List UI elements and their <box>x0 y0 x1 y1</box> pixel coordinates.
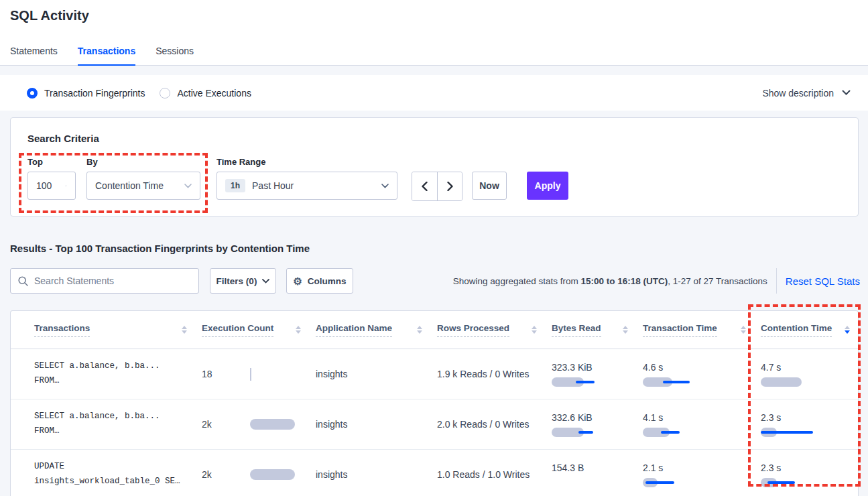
table-row: SELECT a.balance, b.ba...FROM… 18 insigh… <box>11 349 858 399</box>
column-header-contention-time[interactable]: Contention Time <box>761 323 858 337</box>
application-name-cell: insights <box>316 469 437 480</box>
search-criteria-card: Search Criteria Top 100 By Contention Ti… <box>10 117 859 216</box>
sort-icon <box>623 326 628 334</box>
transaction-fingerprint-link[interactable]: SELECT a.balance, b.ba...FROM… <box>34 410 202 439</box>
sort-icon <box>296 326 301 334</box>
contention-time-cell: 2.3 s <box>761 462 858 487</box>
sort-icon <box>532 326 537 334</box>
view-mode-band: Transaction Fingerprints Active Executio… <box>0 75 868 111</box>
transaction-time-cell: 4.1 s <box>643 412 761 437</box>
bytes-read-cell: 332.6 KiB <box>552 412 643 437</box>
filters-label: Filters (0) <box>216 276 257 286</box>
column-header-transactions[interactable]: Transactions <box>34 323 202 337</box>
transaction-time-cell: 4.6 s <box>643 362 761 387</box>
gear-icon: ⚙ <box>293 276 302 286</box>
sort-icon <box>182 326 187 334</box>
sort-icon <box>741 326 746 334</box>
sort-icon <box>417 326 422 334</box>
search-criteria-heading: Search Criteria <box>27 133 99 144</box>
apply-button[interactable]: Apply <box>527 172 568 200</box>
time-prev-button[interactable] <box>412 172 437 200</box>
contention-time-stddev-line <box>761 431 813 434</box>
radio-label: Active Executions <box>177 88 251 99</box>
execution-count-cell: 18 <box>202 368 316 381</box>
sql-activity-page: SQL Activity Statements Transactions Ses… <box>0 0 868 496</box>
time-range-value: Past Hour <box>252 180 294 191</box>
now-button[interactable]: Now <box>472 172 507 200</box>
bytes-read-stddev-line <box>578 431 593 434</box>
execution-count-bar <box>250 469 295 480</box>
chevron-down-icon <box>381 184 389 188</box>
filters-button[interactable]: Filters (0) <box>210 268 276 294</box>
time-range-field: Time Range 1h Past Hour <box>216 157 397 200</box>
search-statements-box <box>10 268 199 294</box>
transaction-fingerprint-link[interactable]: SELECT a.balance, b.ba...FROM… <box>34 359 202 389</box>
top-value: 100 <box>36 180 52 191</box>
top-select[interactable]: 100 <box>27 172 76 200</box>
show-description-label: Show description <box>762 88 834 99</box>
chevron-right-icon <box>447 182 453 191</box>
transaction-time-cell: 2.1 s <box>643 462 761 487</box>
bytes-read-cell: 323.3 KiB <box>552 362 643 387</box>
divider <box>776 268 777 294</box>
application-name-cell: insights <box>316 419 437 430</box>
columns-label: Columns <box>308 276 347 286</box>
time-nav-group <box>412 172 462 201</box>
time-range-label: Time Range <box>216 157 397 167</box>
aggregated-stats-text: Showing aggregated stats from 15:00 to 1… <box>453 276 767 286</box>
transaction-time-stddev-line <box>663 381 690 383</box>
contention-time-cell: 4.7 s <box>761 362 858 387</box>
bytes-read-cell: 154.3 B <box>552 462 643 487</box>
time-range-select[interactable]: 1h Past Hour <box>216 172 397 200</box>
chevron-down-icon <box>842 90 851 96</box>
execution-count-bar <box>250 368 251 381</box>
bytes-read-stddev-line <box>576 381 595 383</box>
column-header-rows-processed[interactable]: Rows Processed <box>437 323 552 337</box>
radio-active-executions[interactable]: Active Executions <box>160 88 251 99</box>
chevron-down-icon <box>184 184 192 188</box>
table-row: UPDATEinsights_workload_table_0 SE… 2k i… <box>11 450 858 496</box>
chevron-left-icon <box>422 182 428 191</box>
execution-count-bar <box>250 419 295 430</box>
stats-row: Showing aggregated stats from 15:00 to 1… <box>416 268 860 294</box>
tab-sessions[interactable]: Sessions <box>156 46 194 66</box>
execution-count-cell: 2k <box>202 419 316 430</box>
column-header-transaction-time[interactable]: Transaction Time <box>643 323 761 337</box>
table-header-row: Transactions Execution Count Application… <box>11 311 858 349</box>
execution-count-cell: 2k <box>202 469 316 480</box>
time-next-button[interactable] <box>437 172 462 200</box>
column-header-execution-count[interactable]: Execution Count <box>202 323 316 337</box>
chevron-down-icon <box>65 184 67 188</box>
top-label: Top <box>27 157 76 167</box>
tab-transactions[interactable]: Transactions <box>78 46 135 66</box>
rows-processed-cell: 1.0 Reads / 1.0 Writes <box>437 469 552 480</box>
by-select[interactable]: Contention Time <box>86 172 200 200</box>
column-header-bytes-read[interactable]: Bytes Read <box>552 323 643 337</box>
application-name-cell: insights <box>316 369 437 379</box>
sort-icon <box>845 326 850 334</box>
radio-transaction-fingerprints[interactable]: Transaction Fingerprints <box>27 88 145 99</box>
search-icon <box>18 276 28 286</box>
search-statements-input[interactable] <box>34 275 191 286</box>
top-bar: SQL Activity Statements Transactions Ses… <box>0 0 868 66</box>
results-heading: Results - Top 100 Transaction Fingerprin… <box>10 243 310 254</box>
radio-unselected-icon <box>160 88 170 99</box>
column-header-application-name[interactable]: Application Name <box>316 323 437 337</box>
chevron-down-icon <box>262 279 269 284</box>
transactions-table: Transactions Execution Count Application… <box>10 310 859 496</box>
contention-time-cell: 2.3 s <box>761 412 858 437</box>
tab-bar: Statements Transactions Sessions <box>10 46 194 66</box>
contention-time-stddev-line <box>767 481 795 484</box>
tab-statements[interactable]: Statements <box>10 46 58 66</box>
by-label: By <box>86 157 200 167</box>
show-description-toggle[interactable]: Show description <box>762 88 851 99</box>
rows-processed-cell: 1.9 k Reads / 0 Writes <box>437 369 552 379</box>
reset-sql-stats-link[interactable]: Reset SQL Stats <box>786 275 860 287</box>
by-value: Contention Time <box>95 180 164 191</box>
table-row: SELECT a.balance, b.ba...FROM… 2k insigh… <box>11 399 858 450</box>
contention-time-bar <box>761 377 802 387</box>
transaction-fingerprint-link[interactable]: UPDATEinsights_workload_table_0 SE… <box>34 460 202 489</box>
columns-button[interactable]: ⚙ Columns <box>286 268 353 294</box>
transaction-time-stddev-line <box>645 481 674 484</box>
rows-processed-cell: 2.0 k Reads / 0 Writes <box>437 419 552 430</box>
